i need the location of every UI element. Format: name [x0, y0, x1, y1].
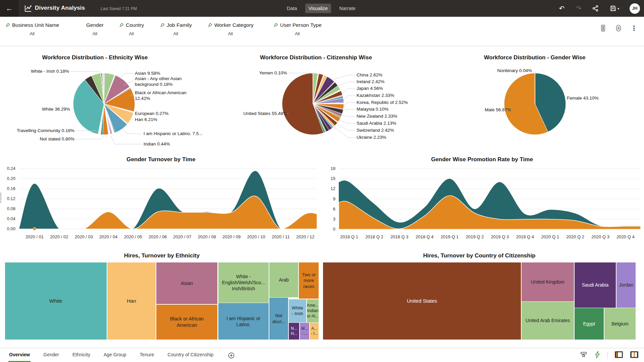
treemap-node[interactable]: White - Irish [289, 299, 306, 322]
auto-insights-icon[interactable] [594, 351, 601, 360]
area-chart-promotion-rate[interactable]: Gender Wise Promotion Rate by Time181512… [322, 153, 644, 243]
treemap-node[interactable]: United Arab Emirates [522, 302, 574, 340]
treemap-node[interactable]: N... H... [289, 323, 299, 340]
treemap-node[interactable]: Not discl... [269, 298, 288, 340]
back-button[interactable]: ← [0, 0, 19, 17]
treemap-node[interactable]: Saudi Arabia [575, 262, 616, 308]
pie-callout-label: Kazakhstan 2.33% [357, 93, 394, 98]
canvas-tab-overview[interactable]: Overview [8, 348, 31, 362]
canvas-tab-bar: Overview Gender Ethnicity Age Group Tenu… [0, 348, 644, 362]
filter-value: All [273, 31, 322, 36]
save-button[interactable]: ▾ [608, 4, 621, 12]
treemap-citizenship: United StatesUnited KingdomUnited Arab E… [323, 262, 636, 340]
filter-business-unit-name[interactable]: Business Unit Name All [5, 22, 59, 36]
treemap-node[interactable]: Jordan [616, 262, 636, 308]
x-axis-tick: 2020 Q 2 [566, 234, 584, 239]
canvas-tab-age-group[interactable]: Age Group [103, 348, 127, 362]
pie-callout-label: Japan 4.56% [357, 86, 383, 91]
chart-title: Gender Turnover by Time [126, 156, 195, 163]
canvas-settings-icon[interactable] [599, 24, 607, 32]
share-icon[interactable] [591, 4, 599, 12]
pie-callout-label: New Zealand 2.33% [357, 114, 397, 119]
callout-line [120, 73, 133, 79]
y-axis-tick: 12 [331, 186, 335, 191]
treemap-node[interactable]: A... - I... [310, 323, 319, 340]
canvas-tab-ethnicity[interactable]: Ethnicity [72, 348, 91, 362]
y-axis-tick: 0.04 [7, 216, 15, 221]
annotation-icon[interactable] [614, 24, 623, 32]
layout-single-icon[interactable] [614, 351, 623, 360]
filter-value: All [5, 31, 59, 36]
redo-icon[interactable]: ↷ [575, 4, 583, 12]
filter-gender[interactable]: Gender All [86, 22, 104, 36]
panel-drag-handle[interactable] [0, 193, 1, 203]
pie-callout-label: Female 43.10% [567, 96, 599, 101]
y-axis-tick: 0 [333, 227, 335, 232]
pie-callout-label: Not stated 0.80% [40, 136, 74, 141]
filter-value: All [86, 31, 104, 36]
data-point-marker[interactable] [33, 228, 36, 231]
treemap-node[interactable]: I am Hispanic or Latino. [218, 303, 269, 340]
pie-callout-label: background 0.18% [135, 82, 173, 87]
x-axis-tick: 2018 Q 4 [416, 234, 434, 239]
canvas-tab-gender[interactable]: Gender [43, 348, 60, 362]
tab-data[interactable]: Data [283, 4, 301, 13]
add-canvas-icon[interactable] [228, 348, 234, 362]
treemap-node[interactable]: White - English/Welsh/Sco... Irish/Briti… [218, 262, 269, 303]
x-axis-tick: 2019 Q 3 [491, 234, 509, 239]
pie-callout-label: Asian 9.58% [135, 71, 160, 76]
treemap-node[interactable]: Arab [269, 262, 298, 297]
filter-bar: Business Unit Name All Gender All Countr… [0, 17, 644, 46]
area-chart-gender-turnover[interactable]: Gender Turnover by Time0.240.200.160.120… [0, 153, 322, 243]
treemap-node[interactable]: Han [107, 262, 156, 340]
top-bar-actions: ↶ ↷ ▾ JH [558, 0, 640, 17]
treemap-node[interactable]: Black or African American [156, 305, 217, 340]
avatar[interactable]: JH [630, 3, 640, 14]
filter-country[interactable]: Country All [119, 22, 144, 36]
filter-label: Worker Category [214, 22, 254, 28]
page-title: Diversity Analysis [35, 5, 85, 11]
pie-slice[interactable] [313, 73, 313, 104]
pin-icon [160, 23, 165, 28]
back-arrow-icon: ← [6, 4, 13, 13]
x-axis-tick: 2018 Q 2 [365, 234, 383, 239]
filter-user-person-type[interactable]: User Person Type All [273, 22, 322, 36]
filter-job-family[interactable]: Job Family All [160, 22, 192, 36]
tab-narrate[interactable]: Narrate [336, 4, 359, 13]
treemap-node[interactable]: Ame... Indian or Al... [307, 299, 319, 322]
pie-callout-label: Ireland 2.42% [357, 79, 384, 84]
x-axis-tick: 2020 / 11 [272, 234, 289, 239]
callout-line [533, 71, 536, 73]
canvas-tab-country-of-citizenship[interactable]: Country of Citizenship [167, 348, 214, 362]
treemap-node[interactable]: M... - ... [300, 323, 309, 340]
y-axis-tick: 6 [333, 206, 335, 212]
treemap-node[interactable]: Belgium [604, 308, 636, 340]
x-axis-tick: 2019 Q 1 [441, 234, 459, 239]
callout-line [338, 82, 355, 86]
pie-callout-label: Asian - Any other Asian [135, 76, 182, 81]
save-caret-icon: ▾ [618, 7, 619, 10]
pie-chart-ethnicity[interactable]: Workforce Distribution - Ethnicity WiseW… [3, 52, 211, 153]
x-axis-tick: 2020 / 03 [75, 234, 93, 239]
treemap-node[interactable]: Two or more races [299, 262, 319, 299]
layout-split-icon[interactable] [630, 351, 639, 360]
kebab-menu-icon[interactable]: ⋮ [630, 24, 638, 32]
treemap-node[interactable]: Asian [156, 262, 217, 304]
canvas-tab-tenure[interactable]: Tenure [139, 348, 155, 362]
pie-callout-label: Travelling Community 0.18% [17, 128, 74, 133]
tab-visualize[interactable]: Visualize [305, 4, 331, 13]
pie-chart-citizenship[interactable]: Workforce Distribution - Citizenship Wis… [211, 52, 426, 153]
pie-callout-label: Saudi Arabia 2.13% [357, 121, 396, 126]
y-axis-tick: 0.00 [7, 226, 15, 231]
pie-callout-label: European 0.27% [135, 111, 169, 116]
pie-callout-label: Male 56.87% [485, 107, 511, 112]
filter-worker-category[interactable]: Worker Category All [207, 22, 254, 36]
treemap-node[interactable]: White [5, 262, 107, 340]
pie-chart-gender[interactable]: Workforce Distribution - Gender WiseNonb… [426, 52, 644, 153]
treemap-node[interactable]: United States [323, 262, 521, 340]
treemap-node[interactable]: United Kingdom [522, 262, 574, 301]
brush-icon[interactable] [580, 351, 587, 360]
treemap-node[interactable]: Egypt [575, 308, 604, 340]
undo-icon[interactable]: ↶ [558, 4, 566, 12]
x-axis-tick: 2020 / 08 [198, 234, 216, 239]
